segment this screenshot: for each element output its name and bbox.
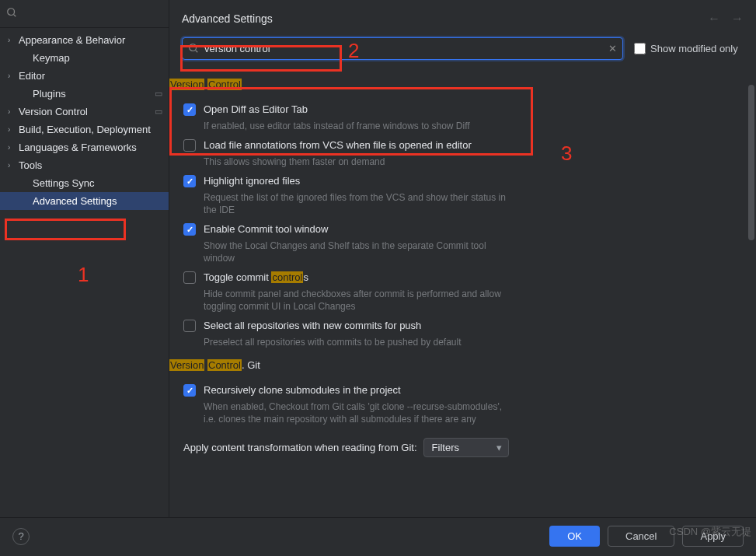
section-title: Version Control. Git [169,359,740,371]
setting-label: Enable Commit tool window [204,222,740,236]
search-icon [188,43,199,56]
settings-search: ✕ [182,37,623,60]
page-title: Advanced Settings [182,12,273,25]
show-modified-only[interactable]: Show modified only [634,43,738,54]
search-icon [6,7,17,20]
setting-label: Highlight ignored files [204,174,740,188]
sidebar-item-advanced-settings[interactable]: Advanced Settings [0,192,169,210]
chevron-right-icon: › [8,107,19,116]
setting-row: Enable Commit tool windowShow the Local … [169,218,740,266]
chevron-right-icon: › [8,72,19,80]
setting-description: Show the Local Changes and Shelf tabs in… [204,240,514,264]
setting-row: Open Diff as Editor TabIf enabled, use e… [169,98,740,134]
setting-description: Request the list of the ignored files fr… [204,191,514,216]
setting-description: This allows showing them faster on deman… [204,156,514,168]
settings-search-input[interactable] [182,37,623,60]
sidebar-item-label: Tools [19,159,162,171]
setting-row: Load file annotations from VCS when file… [169,134,740,170]
chevron-right-icon: › [8,161,19,170]
svg-line-3 [196,51,198,53]
svg-line-1 [14,15,16,17]
sidebar-item-label: Settings Sync [33,177,162,189]
chevron-right-icon: › [8,36,19,44]
sidebar-item-label: Keymap [33,52,162,64]
setting-label: Select all repositories with new commits… [204,319,740,333]
setting-description: Preselect all repositories with commits … [204,336,514,348]
setting-row: Highlight ignored filesRequest the list … [169,170,740,218]
sidebar-item-build-execution-deployment[interactable]: ›Build, Execution, Deployment [0,121,169,138]
sidebar-search-input[interactable] [6,5,162,23]
sidebar-item-editor[interactable]: ›Editor [0,67,169,85]
setting-row: Recursively clone submodules in the proj… [169,379,740,427]
dialog-footer: ? OK Cancel Apply [0,517,756,554]
forward-arrow-icon[interactable]: → [731,12,744,26]
cancel-button[interactable]: Cancel [608,526,674,547]
setting-row: Toggle commit controlsHide commit panel … [169,266,740,314]
sidebar-search [0,0,169,28]
dropdown-label: Apply content transformation when readin… [183,442,417,453]
help-button[interactable]: ? [12,528,30,545]
main-header: Advanced Settings ← → [169,0,756,37]
scrollbar[interactable] [748,85,754,240]
sidebar-item-plugins[interactable]: Plugins▭ [0,85,169,103]
show-modified-only-checkbox[interactable] [634,43,646,54]
sidebar-item-label: Appearance & Behavior [19,34,162,46]
settings-badge-icon: ▭ [155,89,162,99]
ok-button[interactable]: OK [549,526,600,547]
setting-checkbox[interactable] [183,139,196,152]
setting-row: Select all repositories with new commits… [169,314,740,350]
svg-point-2 [190,44,197,51]
clear-icon[interactable]: ✕ [608,43,617,54]
setting-checkbox[interactable] [183,223,196,236]
setting-label: Recursively clone submodules in the proj… [204,383,740,397]
apply-button[interactable]: Apply [682,526,744,547]
sidebar-item-appearance-behavior[interactable]: ›Appearance & Behavior [0,31,169,49]
setting-checkbox[interactable] [183,271,196,284]
sidebar-item-label: Version Control [19,106,155,117]
setting-label: Load file annotations from VCS when file… [204,138,740,152]
settings-sidebar: ›Appearance & BehaviorKeymap›EditorPlugi… [0,0,169,517]
setting-description: Hide commit panel and checkboxes after c… [204,288,514,313]
setting-checkbox[interactable] [183,320,196,332]
section-title: Version Control [169,79,740,90]
sidebar-item-label: Build, Execution, Deployment [19,124,162,135]
setting-checkbox[interactable] [183,175,196,187]
sidebar-item-keymap[interactable]: Keymap [0,49,169,67]
sidebar-item-label: Editor [19,70,162,82]
sidebar-item-label: Advanced Settings [33,195,162,207]
dropdown-setting-row: Apply content transformation when readin… [169,427,740,462]
sidebar-item-label: Languages & Frameworks [19,142,162,153]
sidebar-item-version-control[interactable]: ›Version Control▭ [0,103,169,121]
sidebar-item-languages-frameworks[interactable]: ›Languages & Frameworks [0,138,169,156]
setting-label: Open Diff as Editor Tab [204,103,740,117]
sidebar-item-settings-sync[interactable]: Settings Sync [0,174,169,192]
filters-dropdown[interactable]: Filters [423,438,509,457]
show-modified-only-label: Show modified only [650,43,738,54]
sidebar-item-tools[interactable]: ›Tools [0,156,169,174]
settings-tree: ›Appearance & BehaviorKeymap›EditorPlugi… [0,28,169,213]
chevron-right-icon: › [8,125,19,134]
settings-badge-icon: ▭ [155,107,162,117]
setting-description: When enabled, Checkout from Git calls 'g… [204,400,514,425]
back-arrow-icon[interactable]: ← [708,12,720,26]
chevron-right-icon: › [8,143,19,152]
setting-label: Toggle commit controls [204,271,740,285]
setting-checkbox[interactable] [183,384,196,397]
setting-description: If enabled, use editor tabs instead of f… [204,120,514,132]
svg-point-0 [8,9,15,16]
sidebar-item-label: Plugins [33,88,155,100]
setting-checkbox[interactable] [183,103,196,116]
